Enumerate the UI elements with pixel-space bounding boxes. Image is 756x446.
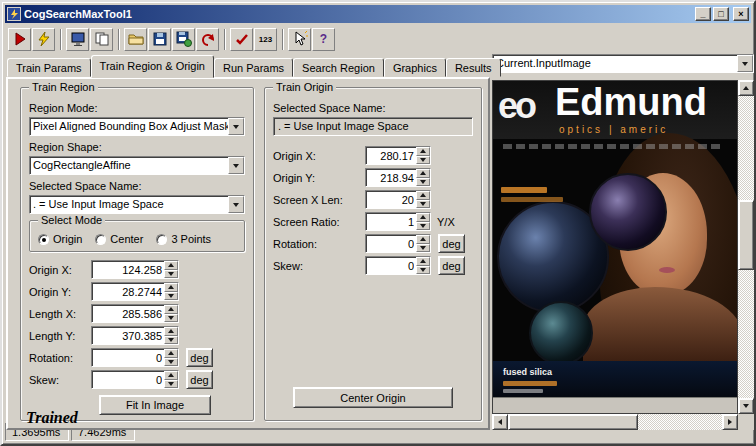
spin-down-icon[interactable] [164,380,178,389]
rotation-label: Rotation: [273,238,365,250]
region-shape-label: Region Shape: [29,141,245,154]
copy-image-button[interactable] [90,28,113,51]
scroll-down-button[interactable] [738,398,754,414]
spin-down-icon[interactable] [416,156,430,165]
open-button[interactable] [124,28,147,51]
spin-up-icon[interactable] [416,191,430,200]
pointer-button[interactable] [288,28,311,51]
to-skew-input[interactable] [366,257,416,274]
radio-center-label: Center [110,233,143,245]
tab-results[interactable]: Results [446,58,501,77]
tab-strip: Train Params Train Region & Origin Run P… [7,58,501,77]
dropdown-button[interactable] [228,118,244,135]
spin-up-icon[interactable] [416,147,430,156]
minimize-icon[interactable]: _ [695,7,711,21]
yx-unit-label: Y/X [437,216,455,228]
origin-y-input[interactable] [92,283,164,300]
skew-spinner [91,370,179,389]
region-mode-combo[interactable]: Pixel Aligned Bounding Box Adjust Mask [29,117,245,136]
spin-down-icon[interactable] [416,266,430,275]
center-origin-button[interactable]: Center Origin [293,387,453,408]
title-bar[interactable]: CogSearchMaxTool1 _ □ × [5,5,751,23]
origin-x-input[interactable] [92,261,164,278]
region-shape-combo[interactable]: CogRectangleAffine [29,156,245,175]
screen-ratio-input[interactable] [366,213,416,230]
spin-up-icon[interactable] [164,327,178,336]
vertical-scrollbar-thumb[interactable] [738,200,754,270]
to-origin-x-input[interactable] [366,147,416,164]
cover-text-bar [501,187,547,193]
deg-button[interactable]: deg [186,348,213,367]
radio-center[interactable]: Center [95,233,143,245]
image-selector-combo[interactable]: Current.InputImage [492,54,754,73]
dropdown-button[interactable] [737,55,753,72]
save-image-button[interactable] [172,28,195,51]
spin-down-icon[interactable] [416,200,430,209]
deg-button[interactable]: deg [186,370,213,389]
floppy-icon [152,31,168,47]
scroll-up-button[interactable] [738,80,754,96]
radio-3points[interactable]: 3 Points [156,233,211,245]
rotation-input[interactable] [92,349,164,366]
spin-up-icon[interactable] [416,169,430,178]
train-region-title: Train Region [29,81,98,94]
to-rotation-input[interactable] [366,235,416,252]
image-display-area: eo Edmund optics | americ fused silica [492,80,754,430]
help-button[interactable]: ? [312,28,335,51]
spin-down-icon[interactable] [416,178,430,187]
reset-button[interactable] [196,28,219,51]
spin-down-icon[interactable] [164,336,178,345]
spin-up-icon[interactable] [416,213,430,222]
skew-spinner [365,256,431,275]
origin-x-spinner [91,260,179,279]
selected-space-combo[interactable]: . = Use Input Image Space [29,195,245,214]
dropdown-button[interactable] [228,157,244,174]
results-button[interactable] [230,28,253,51]
spin-up-icon[interactable] [164,283,178,292]
numeric-results-button[interactable]: 123 [254,28,277,51]
close-icon[interactable]: × [733,7,749,21]
to-origin-y-input[interactable] [366,169,416,186]
selected-space-readonly: . = Use Input Image Space [273,117,473,136]
vertical-scrollbar[interactable] [738,80,754,414]
spin-up-icon[interactable] [164,261,178,270]
maximize-icon[interactable]: □ [713,7,729,21]
image-viewport[interactable]: eo Edmund optics | americ fused silica [492,80,738,414]
tab-run-params[interactable]: Run Params [214,58,293,77]
field-row: Origin Y: [273,168,473,187]
cover-photo: eo Edmund optics | americ fused silica [493,81,737,413]
save-button[interactable] [148,28,171,51]
length-y-input[interactable] [92,327,164,344]
radio-origin[interactable]: Origin [38,233,82,245]
spin-down-icon[interactable] [164,314,178,323]
spin-down-icon[interactable] [164,358,178,367]
spin-down-icon[interactable] [416,222,430,231]
tab-train-params[interactable]: Train Params [7,58,91,77]
tab-train-region-origin[interactable]: Train Region & Origin [91,55,214,78]
tab-search-region[interactable]: Search Region [293,58,384,77]
deg-button[interactable]: deg [438,234,465,253]
skew-input[interactable] [92,371,164,388]
deg-button[interactable]: deg [438,256,465,275]
dropdown-button[interactable] [228,196,244,213]
screen-x-len-input[interactable] [366,191,416,208]
spin-up-icon[interactable] [416,235,430,244]
live-display-button[interactable] [66,28,89,51]
cover-text-bar [501,197,563,202]
spin-up-icon[interactable] [164,371,178,380]
length-x-input[interactable] [92,305,164,322]
page-edge-strip [493,397,737,413]
fit-in-image-button[interactable]: Fit In Image [99,395,211,415]
window-title: CogSearchMaxTool1 [24,8,693,20]
spin-up-icon[interactable] [164,349,178,358]
spin-down-icon[interactable] [164,270,178,279]
spin-down-icon[interactable] [164,292,178,301]
spin-up-icon[interactable] [164,305,178,314]
trigger-button[interactable] [32,28,55,51]
spin-up-icon[interactable] [416,257,430,266]
run-button[interactable] [8,28,31,51]
skew-label: Skew: [273,260,365,272]
trained-status: Trained [26,409,78,427]
tab-graphics[interactable]: Graphics [384,58,446,77]
spin-down-icon[interactable] [416,244,430,253]
